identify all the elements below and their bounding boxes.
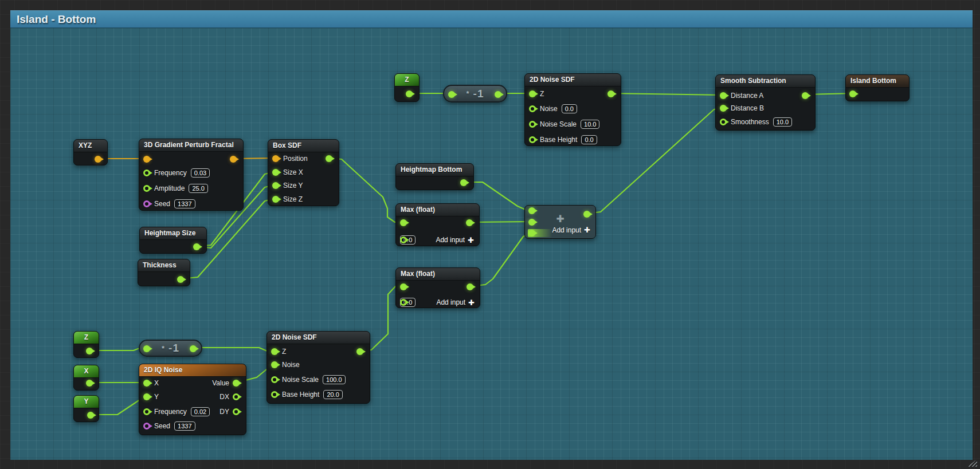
node-iq-noise-row-3-value-field[interactable]: 1337 <box>174 421 195 431</box>
node-z-bottom[interactable]: Z <box>73 331 99 358</box>
node-gradient-perturb-fractal-in-pin-1[interactable] <box>143 170 150 176</box>
wire-2[interactable] <box>611 93 724 95</box>
node-iq-noise-row-0-label: X <box>154 379 159 387</box>
node-noise-sdf-bottom-row-2: Noise Scale100.0 <box>267 374 370 385</box>
node-noise-sdf-top-in-pin-2[interactable] <box>529 121 536 128</box>
node-max-float-1-in-pin-0[interactable] <box>400 219 407 226</box>
node-x[interactable]: X <box>73 365 99 391</box>
node-multiply-neg1-top-in-pin[interactable] <box>448 91 455 98</box>
node-y[interactable]: Y <box>73 395 99 422</box>
node-box-sdf-title: Box SDF <box>268 140 339 152</box>
node-island-bottom[interactable]: Island Bottom <box>845 74 910 101</box>
node-add-add-input-button[interactable]: Add input✚ <box>552 226 590 234</box>
node-smooth-subtraction-row-2-value-field[interactable]: 10.0 <box>773 117 792 127</box>
node-xyz[interactable]: XYZ <box>73 139 108 165</box>
node-box-sdf-row-2: Size Y <box>268 180 339 191</box>
node-box-sdf-out-pin-0[interactable] <box>326 155 332 162</box>
resize-handle[interactable] <box>967 459 977 467</box>
node-gradient-perturb-fractal-in-pin-0[interactable] <box>143 156 150 163</box>
graph-title-bar[interactable]: Island - Bottom <box>10 10 973 28</box>
node-iq-noise-out-pin-1[interactable] <box>233 393 240 400</box>
node-gradient-perturb-fractal[interactable]: 3D Gradient Perturb FractalFrequency0.03… <box>139 139 244 211</box>
node-y-out-pin[interactable] <box>87 412 94 419</box>
node-box-sdf-in-pin-3[interactable] <box>272 196 279 203</box>
node-noise-sdf-bottom-row-2-value-field[interactable]: 100.0 <box>323 375 346 384</box>
node-island-bottom-in-pin[interactable] <box>849 90 856 97</box>
node-box-sdf-in-pin-0[interactable] <box>272 155 279 162</box>
node-gradient-perturb-fractal-row-3-value-field[interactable]: 1337 <box>174 199 195 208</box>
node-multiply-neg1-bottom[interactable]: *-1 <box>139 340 202 357</box>
node-smooth-subtraction-out-pin-0[interactable] <box>802 92 809 99</box>
node-noise-sdf-bottom-in-pin-2[interactable] <box>271 376 278 383</box>
graph-canvas[interactable]: Z*-12D Noise SDFZNoise0.0Noise Scale10.0… <box>10 28 973 460</box>
node-max-float-2-add-input-button[interactable]: Add input✚ <box>436 298 475 307</box>
node-noise-sdf-top-row-2-value-field[interactable]: 10.0 <box>581 120 599 129</box>
node-iq-noise-in-pin-1[interactable] <box>143 393 150 400</box>
node-box-sdf-in-pin-1[interactable] <box>272 169 279 176</box>
node-noise-sdf-top-row-3-value-field[interactable]: 0.0 <box>581 135 597 144</box>
node-smooth-subtraction-in-pin-1[interactable] <box>720 105 727 112</box>
node-gradient-perturb-fractal-in-pin-2[interactable] <box>143 185 150 192</box>
node-iq-noise-row-2-value-field[interactable]: 0.02 <box>191 407 210 416</box>
node-smooth-subtraction-in-pin-2[interactable] <box>720 119 727 125</box>
node-noise-sdf-top-title: 2D Noise SDF <box>525 74 621 86</box>
node-heightmap-size-out-pin[interactable] <box>193 243 200 250</box>
node-box-sdf-row-0-label: Position <box>283 155 308 163</box>
wire-6[interactable] <box>330 158 402 222</box>
node-max-float-2-out-pin-0[interactable] <box>467 283 473 290</box>
node-noise-sdf-top-in-pin-1[interactable] <box>529 105 536 112</box>
node-add-in-pin-2[interactable] <box>528 230 535 237</box>
node-iq-noise-in-pin-0[interactable] <box>143 380 150 387</box>
node-thickness[interactable]: Thickness <box>138 259 190 286</box>
node-noise-sdf-bottom[interactable]: 2D Noise SDFZNoiseNoise Scale100.0Base H… <box>266 331 370 404</box>
node-noise-sdf-bottom-in-pin-1[interactable] <box>271 361 278 368</box>
node-iq-noise-out-pin-2[interactable] <box>233 408 240 415</box>
node-box-sdf-in-pin-2[interactable] <box>272 182 279 189</box>
node-multiply-neg1-top[interactable]: *-1 <box>443 85 507 103</box>
node-max-float-2-in-pin-1[interactable] <box>400 299 407 306</box>
node-noise-sdf-bottom-in-pin-3[interactable] <box>271 391 278 398</box>
node-iq-noise-out-pin-0[interactable] <box>233 380 240 387</box>
node-gradient-perturb-fractal-out-pin-0[interactable] <box>230 156 237 163</box>
node-smooth-subtraction[interactable]: Smooth SubtractionDistance ADistance BSm… <box>715 74 816 131</box>
node-max-float-2-in-pin-0[interactable] <box>400 283 407 290</box>
node-multiply-neg1-top-out-pin[interactable] <box>495 91 501 98</box>
node-smooth-subtraction-in-pin-0[interactable] <box>720 92 727 99</box>
node-iq-noise-in-pin-2[interactable] <box>143 408 150 415</box>
node-gradient-perturb-fractal-row-1-value-field[interactable]: 0.03 <box>191 168 210 178</box>
node-noise-sdf-bottom-row-3-value-field[interactable]: 20.0 <box>323 390 342 399</box>
node-noise-sdf-top[interactable]: 2D Noise SDFZNoise0.0Noise Scale10.0Base… <box>524 73 621 146</box>
wire-15[interactable] <box>192 348 273 351</box>
node-gradient-perturb-fractal-row-1: Frequency0.03 <box>139 167 243 179</box>
node-multiply-neg1-bottom-out-pin[interactable] <box>190 345 197 352</box>
node-noise-sdf-top-in-pin-3[interactable] <box>529 136 536 143</box>
node-heightmap-bottom[interactable]: Heightmap Bottom <box>395 163 474 190</box>
node-heightmap-size[interactable]: Heightmap Size <box>139 227 207 254</box>
node-gradient-perturb-fractal-row-1-label: Frequency <box>154 169 187 177</box>
node-max-float-1-add-input-button[interactable]: Add input✚ <box>436 236 474 245</box>
node-iq-noise[interactable]: 2D IQ NoiseXValueYDXFrequency0.02DYSeed1… <box>139 364 246 435</box>
node-max-float-1-out-pin-0[interactable] <box>466 219 473 226</box>
node-max-float-1[interactable]: Max (float)0.0Add input✚ <box>395 203 480 246</box>
node-noise-sdf-bottom-out-pin-0[interactable] <box>356 348 363 355</box>
node-z-bottom-out-pin[interactable] <box>86 348 93 354</box>
node-z-top[interactable]: Z <box>394 73 420 102</box>
node-xyz-out-pin[interactable] <box>95 156 101 163</box>
node-x-out-pin[interactable] <box>86 380 93 387</box>
node-max-float-1-in-pin-1[interactable] <box>400 237 407 243</box>
node-gradient-perturb-fractal-in-pin-3[interactable] <box>143 200 150 207</box>
node-noise-sdf-bottom-in-pin-0[interactable] <box>271 348 278 355</box>
node-noise-sdf-top-out-pin-0[interactable] <box>607 90 614 97</box>
node-box-sdf[interactable]: Box SDFPositionSize XSize YSize Z <box>268 139 339 206</box>
node-max-float-2[interactable]: Max (float)0.0Add input✚ <box>395 267 480 308</box>
node-add[interactable]: ✚Add input✚ <box>524 205 596 239</box>
node-heightmap-bottom-out-pin[interactable] <box>460 179 467 186</box>
node-xyz-title: XYZ <box>74 140 107 152</box>
node-noise-sdf-top-row-1-value-field[interactable]: 0.0 <box>562 104 577 113</box>
node-z-top-out-pin[interactable] <box>406 90 413 97</box>
node-noise-sdf-top-in-pin-0[interactable] <box>529 90 536 97</box>
node-multiply-neg1-bottom-in-pin[interactable] <box>143 345 150 352</box>
node-thickness-out-pin[interactable] <box>177 276 184 283</box>
node-iq-noise-in-pin-3[interactable] <box>143 423 150 429</box>
node-gradient-perturb-fractal-row-2-value-field[interactable]: 25.0 <box>189 184 207 193</box>
